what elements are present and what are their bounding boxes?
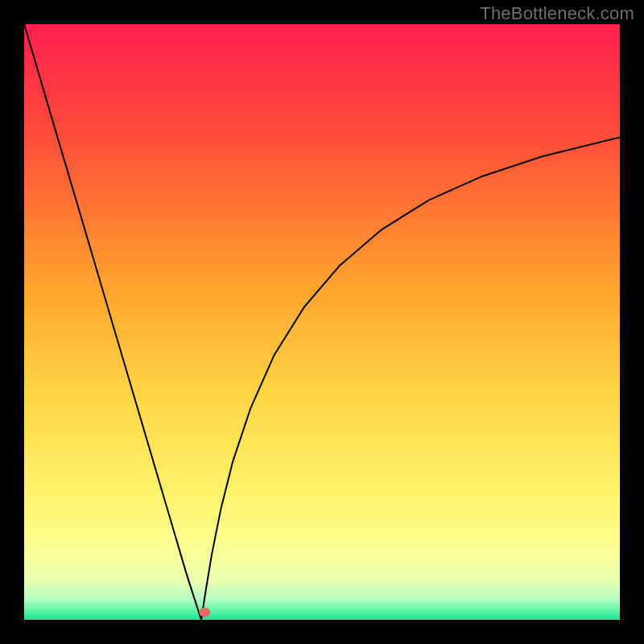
watermark-text: TheBottleneck.com (480, 3, 634, 24)
gradient-background (24, 24, 620, 620)
chart-frame: TheBottleneck.com (0, 0, 644, 644)
chart-svg (24, 24, 620, 620)
vertex-marker (199, 607, 210, 617)
plot-area (24, 24, 620, 620)
